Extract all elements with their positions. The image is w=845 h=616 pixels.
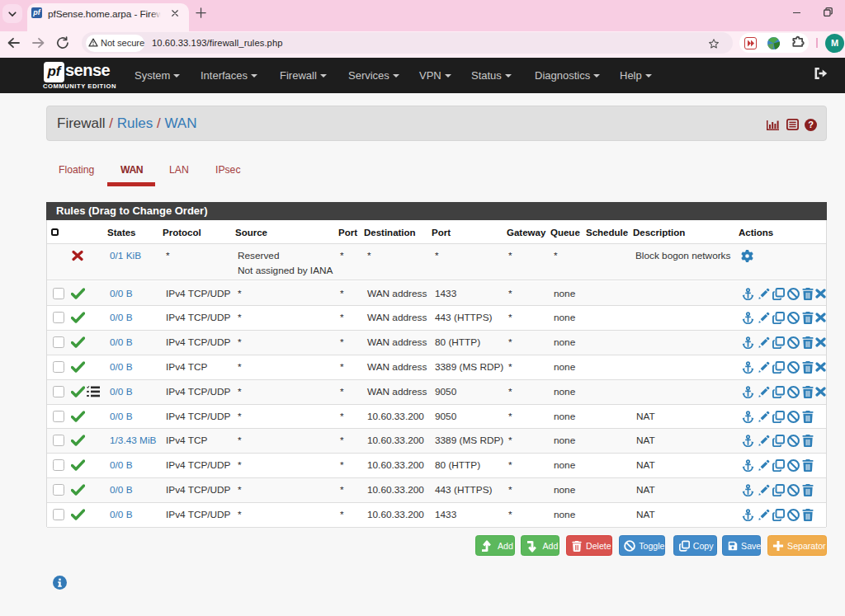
svg-text:?: ? (808, 120, 814, 129)
